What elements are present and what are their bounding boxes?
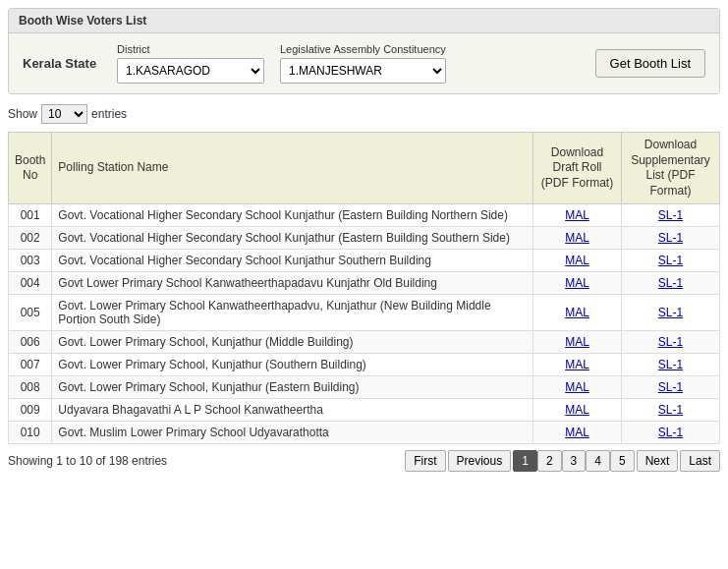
pagination-previous[interactable]: Previous xyxy=(448,450,512,472)
cell-draft[interactable]: MAL xyxy=(533,399,622,422)
col-header-booth: Booth No xyxy=(9,133,52,204)
cell-booth: 007 xyxy=(9,354,52,376)
state-label: Kerala State xyxy=(23,56,101,71)
cell-station: Govt. Lower Primary School Kanwatheertha… xyxy=(52,295,533,331)
pagination-first[interactable]: First xyxy=(405,450,445,472)
table-row: 002 Govt. Vocational Higher Secondary Sc… xyxy=(9,227,720,250)
cell-supplementary[interactable]: SL-1 xyxy=(622,331,720,354)
cell-supplementary[interactable]: SL-1 xyxy=(622,376,720,399)
cell-supplementary[interactable]: SL-1 xyxy=(622,250,720,272)
cell-supplementary[interactable]: SL-1 xyxy=(622,227,720,250)
cell-station: Govt. Lower Primary School, Kunjathur (M… xyxy=(52,331,533,354)
cell-station: Govt. Vocational Higher Secondary School… xyxy=(52,204,533,227)
pagination-page-5[interactable]: 5 xyxy=(610,450,635,472)
cell-booth: 008 xyxy=(9,376,52,399)
table-row: 008 Govt. Lower Primary School, Kunjathu… xyxy=(9,376,720,399)
page-wrapper: Booth Wise Voters List Kerala State Dist… xyxy=(0,0,728,480)
cell-station: Udyavara Bhagavathi A L P School Kanwath… xyxy=(52,399,533,422)
col-header-supplementary: Download Supplementary List (PDF Format) xyxy=(622,133,720,204)
table-row: 004 Govt Lower Primary School Kanwatheer… xyxy=(9,272,720,295)
table-body: 001 Govt. Vocational Higher Secondary Sc… xyxy=(9,204,720,444)
showing-text: Showing 1 to 10 of 198 entries xyxy=(8,454,167,468)
constituency-field-group: Legislative Assembly Constituency 1.MANJ… xyxy=(280,43,446,84)
cell-supplementary[interactable]: SL-1 xyxy=(622,295,720,331)
pagination-page-4[interactable]: 4 xyxy=(586,450,610,472)
table-header-row: Booth No Polling Station Name Download D… xyxy=(9,133,720,204)
cell-supplementary[interactable]: SL-1 xyxy=(622,272,720,295)
cell-supplementary[interactable]: SL-1 xyxy=(622,399,720,422)
table-footer: Showing 1 to 10 of 198 entries First Pre… xyxy=(8,450,720,472)
cell-booth: 006 xyxy=(9,331,52,354)
cell-station: Govt Lower Primary School Kanwatheerthap… xyxy=(52,272,533,295)
cell-station: Govt. Lower Primary School, Kunjathur (S… xyxy=(52,354,533,376)
pagination-page-3[interactable]: 3 xyxy=(562,450,587,472)
cell-draft[interactable]: MAL xyxy=(533,331,622,354)
cell-booth: 009 xyxy=(9,399,52,422)
table-row: 005 Govt. Lower Primary School Kanwathee… xyxy=(9,295,720,331)
table-row: 006 Govt. Lower Primary School, Kunjathu… xyxy=(9,331,720,354)
table-row: 009 Udyavara Bhagavathi A L P School Kan… xyxy=(9,399,720,422)
table-row: 010 Govt. Muslim Lower Primary School Ud… xyxy=(9,422,720,444)
table-row: 003 Govt. Vocational Higher Secondary Sc… xyxy=(9,250,720,272)
booth-table: Booth No Polling Station Name Download D… xyxy=(8,132,720,444)
cell-booth: 003 xyxy=(9,250,52,272)
page-buttons-container: 12345 xyxy=(513,450,634,472)
cell-draft[interactable]: MAL xyxy=(533,376,622,399)
booth-wise-panel: Booth Wise Voters List Kerala State Dist… xyxy=(8,8,720,94)
col-header-station: Polling Station Name xyxy=(52,133,533,204)
cell-booth: 002 xyxy=(9,227,52,250)
cell-draft[interactable]: MAL xyxy=(533,250,622,272)
cell-booth: 005 xyxy=(9,295,52,331)
filter-row: Kerala State District 1.KASARAGOD2.KANNU… xyxy=(23,43,705,84)
cell-draft[interactable]: MAL xyxy=(533,204,622,227)
cell-booth: 004 xyxy=(9,272,52,295)
cell-draft[interactable]: MAL xyxy=(533,354,622,376)
cell-draft[interactable]: MAL xyxy=(533,295,622,331)
show-label: Show xyxy=(8,107,37,121)
cell-booth: 001 xyxy=(9,204,52,227)
cell-draft[interactable]: MAL xyxy=(533,422,622,444)
pagination-last[interactable]: Last xyxy=(680,450,720,472)
cell-draft[interactable]: MAL xyxy=(533,227,622,250)
panel-body: Kerala State District 1.KASARAGOD2.KANNU… xyxy=(9,33,719,93)
pagination-page-1[interactable]: 1 xyxy=(513,450,537,472)
pagination-page-2[interactable]: 2 xyxy=(537,450,562,472)
cell-supplementary[interactable]: SL-1 xyxy=(622,204,720,227)
entries-label: entries xyxy=(91,107,127,121)
cell-draft[interactable]: MAL xyxy=(533,272,622,295)
district-select[interactable]: 1.KASARAGOD2.KANNUR3.WAYANAD xyxy=(117,58,264,84)
show-entries-row: Show 102550100 entries xyxy=(8,104,720,124)
cell-station: Govt. Vocational Higher Secondary School… xyxy=(52,250,533,272)
col-header-draft: Download Draft Roll (PDF Format) xyxy=(533,133,622,204)
constituency-select[interactable]: 1.MANJESHWAR2.KASARAGOD3.MANJESWARAM xyxy=(280,58,446,84)
cell-station: Govt. Vocational Higher Secondary School… xyxy=(52,227,533,250)
table-row: 007 Govt. Lower Primary School, Kunjathu… xyxy=(9,354,720,376)
pagination: First Previous 12345 Next Last xyxy=(405,450,720,472)
cell-station: Govt. Lower Primary School, Kunjathur (E… xyxy=(52,376,533,399)
cell-station: Govt. Muslim Lower Primary School Udyava… xyxy=(52,422,533,444)
pagination-next[interactable]: Next xyxy=(637,450,679,472)
cell-booth: 010 xyxy=(9,422,52,444)
entries-per-page-select[interactable]: 102550100 xyxy=(41,104,87,124)
get-booth-button[interactable]: Get Booth List xyxy=(595,49,705,78)
constituency-label: Legislative Assembly Constituency xyxy=(280,43,446,55)
cell-supplementary[interactable]: SL-1 xyxy=(622,422,720,444)
panel-title: Booth Wise Voters List xyxy=(9,9,719,33)
table-row: 001 Govt. Vocational Higher Secondary Sc… xyxy=(9,204,720,227)
district-field-group: District 1.KASARAGOD2.KANNUR3.WAYANAD xyxy=(117,43,264,84)
district-label: District xyxy=(117,43,264,55)
cell-supplementary[interactable]: SL-1 xyxy=(622,354,720,376)
